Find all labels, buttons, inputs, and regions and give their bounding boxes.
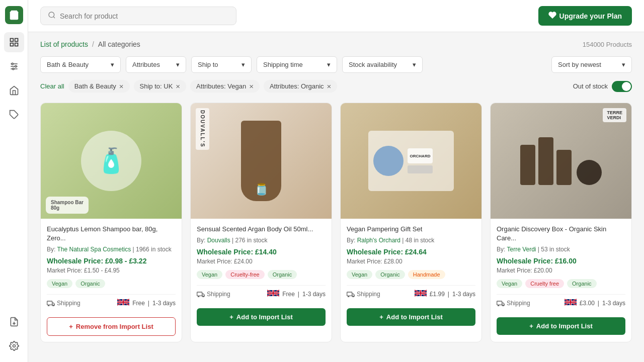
remove-vegan-tag[interactable]: ×	[249, 82, 254, 90]
toggle-knob	[622, 82, 631, 91]
wholesale-price: Wholesale Price: £14.40	[197, 248, 326, 256]
stock-filter[interactable]: Stock availability ▾	[342, 56, 423, 73]
svg-point-21	[198, 296, 199, 297]
product-body: Sensual Scented Argan Body Oil 50ml... B…	[191, 219, 332, 308]
product-title: Organic Discovery Box - Organic Skin Car…	[497, 225, 625, 243]
sidebar-item-filters[interactable]	[4, 56, 24, 76]
sort-filter[interactable]: Sort by newest ▾	[551, 56, 632, 73]
chevron-down-icon: ▾	[176, 61, 180, 68]
chevron-down-icon: ▾	[622, 61, 625, 68]
app-logo[interactable]	[5, 6, 23, 24]
product-tag: Organic	[567, 279, 597, 288]
sidebar-item-settings[interactable]	[4, 336, 24, 356]
breadcrumb-link[interactable]: List of products	[40, 40, 88, 48]
remove-uk-tag[interactable]: ×	[176, 82, 180, 90]
filter-tag-vegan[interactable]: Attributes: Vegan ×	[190, 80, 260, 93]
product-tag: Handmade	[408, 270, 445, 279]
market-price: Market Price: £1.50 - £4.95	[47, 267, 176, 274]
truck-icon	[197, 291, 205, 297]
shipping-time-filter[interactable]: Shipping time ▾	[257, 56, 337, 73]
product-card: 🧴 Shampoo Bar80g Eucalyptus Lemon Shampo…	[40, 103, 182, 342]
product-body: Vegan Pampering Gift Set By: Ralph's Orc…	[341, 219, 481, 308]
search-box[interactable]	[40, 7, 236, 25]
add-to-import-button[interactable]: + Add to Import List	[197, 308, 326, 326]
heart-icon	[548, 11, 556, 21]
product-tags: VeganOrganic	[47, 279, 176, 288]
filter-tag-uk[interactable]: Ship to: UK ×	[134, 80, 187, 93]
clear-all-button[interactable]: Clear all	[40, 82, 64, 90]
add-to-import-button[interactable]: + Add to Import List	[497, 317, 625, 335]
wholesale-price: Wholesale Price: £24.64	[347, 248, 475, 256]
svg-rect-28	[497, 301, 502, 305]
product-tag: Vegan	[347, 270, 372, 279]
shipping-details: Free | 1-3 days	[117, 299, 176, 307]
product-image: ORCHARD	[341, 103, 481, 219]
product-tag: Organic	[375, 270, 405, 279]
chevron-down-icon: ▾	[413, 61, 416, 68]
search-input[interactable]	[60, 12, 229, 20]
sidebar-item-import[interactable]	[4, 312, 24, 332]
truck-icon	[497, 300, 505, 306]
uk-flag-icon	[415, 290, 427, 298]
truck-icon	[347, 291, 355, 297]
svg-point-9	[15, 65, 16, 67]
shipping-label: Shipping	[47, 300, 80, 307]
product-tag: Cruelty-free	[225, 270, 264, 279]
svg-point-29	[498, 305, 499, 306]
chevron-down-icon: ▾	[327, 61, 331, 68]
plus-icon: +	[229, 313, 233, 321]
product-tag: Vegan	[497, 279, 522, 288]
uk-flag-icon	[267, 290, 279, 298]
svg-point-30	[503, 305, 504, 306]
filters-row: Bath & Beauty ▾ Attributes ▾ Ship to ▾ S…	[40, 56, 632, 73]
breadcrumb-separator: /	[92, 40, 94, 48]
breadcrumb-current: All categories	[98, 40, 140, 48]
sidebar-item-store[interactable]	[4, 80, 24, 101]
shipping-details: £3.00 | 1-3 days	[565, 299, 625, 307]
category-filter[interactable]: Bath & Beauty ▾	[40, 56, 121, 73]
product-body: Eucalyptus Lemon Shampoo bar, 80g, Zero.…	[41, 219, 182, 317]
remove-from-import-button[interactable]: + Remove from Import List	[47, 317, 176, 336]
svg-line-15	[53, 17, 55, 18]
shipping-details: £1.99 | 1-3 days	[415, 290, 475, 298]
product-tags: VeganOrganicHandmade	[347, 270, 475, 279]
upgrade-button[interactable]: Upgrade your Plan	[538, 6, 632, 26]
out-of-stock-toggle-container: Out of stock	[573, 81, 632, 92]
product-count: 154000 Products	[583, 41, 632, 48]
product-tag: Organic	[75, 279, 105, 288]
remove-organic-tag[interactable]: ×	[327, 82, 332, 90]
market-price: Market Price: £24.00	[197, 258, 326, 265]
add-to-import-button[interactable]: + Add to Import List	[347, 308, 475, 326]
product-card: 🫙 DOUVALL'S Sensual Scented Argan Body O…	[190, 103, 332, 342]
svg-point-13	[13, 345, 15, 347]
content-area: List of products / All categories 154000…	[28, 32, 644, 362]
plus-icon: +	[379, 313, 383, 321]
breadcrumb: List of products / All categories 154000…	[40, 40, 632, 48]
sidebar-item-tags[interactable]	[4, 105, 24, 125]
product-supplier: By: Douvalls | 276 in stock	[197, 237, 326, 244]
uk-flag-icon	[117, 299, 129, 307]
header: Upgrade your Plan	[28, 0, 644, 32]
out-of-stock-toggle[interactable]	[612, 81, 632, 92]
sidebar-item-products[interactable]	[4, 32, 24, 52]
product-image: 🧴 Shampoo Bar80g	[41, 103, 182, 219]
attributes-filter[interactable]: Attributes ▾	[126, 56, 186, 73]
filter-tag-bath[interactable]: Bath & Beauty ×	[68, 80, 130, 93]
ship-to-filter[interactable]: Ship to ▾	[191, 56, 252, 73]
product-tag: Organic	[268, 270, 297, 279]
filter-tag-organic[interactable]: Attributes: Organic ×	[264, 80, 337, 93]
shipping-row: Shipping Free | 1-3 days	[197, 285, 326, 302]
product-supplier: By: Ralph's Orchard | 48 in stock	[347, 237, 475, 244]
shipping-row: Shipping £3.00 | 1-3 days	[497, 294, 625, 311]
product-supplier: By: Terre Verdi | 53 in stock	[497, 246, 625, 253]
shipping-label: Shipping	[347, 291, 380, 298]
product-image: TERREVERDI	[491, 103, 631, 219]
product-supplier: By: The Natural Spa Cosmetics | 1966 in …	[47, 246, 176, 253]
wholesale-price: Wholesale Price: £0.98 - £3.22	[47, 257, 176, 265]
product-tag: Vegan	[197, 270, 222, 279]
truck-icon	[47, 300, 55, 306]
sidebar	[0, 0, 28, 362]
svg-rect-1	[10, 39, 13, 42]
remove-bath-tag[interactable]: ×	[119, 82, 124, 90]
plus-icon: +	[69, 323, 73, 330]
